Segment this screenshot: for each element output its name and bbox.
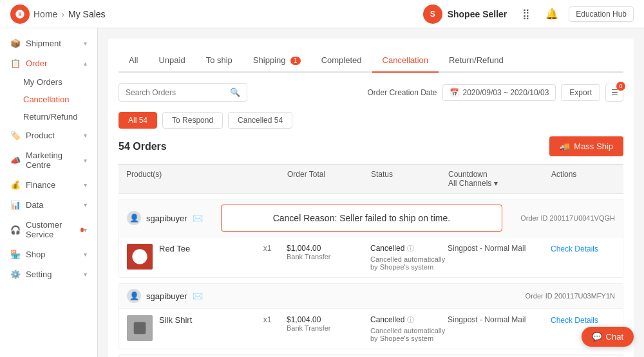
sidebar-item-order[interactable]: 📋 Order ▴ (0, 53, 97, 73)
main-layout: 📦 Shipment ▾ 📋 Order ▴ My Orders Cancell… (0, 28, 644, 357)
date-range-value: 2020/09/03 ~ 2020/10/03 (463, 88, 549, 97)
sidebar: 📦 Shipment ▾ 📋 Order ▴ My Orders Cancell… (0, 28, 98, 357)
svg-rect-0 (134, 322, 146, 334)
product-icon: 🏷️ (10, 131, 21, 140)
date-range-picker[interactable]: 📅 2020/09/03 ~ 2020/10/03 (442, 84, 556, 101)
buyer-avatar-1: 👤 (127, 211, 141, 225)
header-actions: Actions (551, 170, 616, 188)
breadcrumb: Home › My Sales (10, 5, 106, 24)
order-group-2: 👤 sgapibuyer ✉️ Order ID 200117U03MFY1N … (118, 283, 623, 349)
sidebar-item-shipment[interactable]: 📦 Shipment ▾ (0, 33, 97, 53)
order-total-1: $1,004.00 Bank Transfer (287, 244, 370, 261)
sidebar-item-marketing-centre[interactable]: 📣 Marketing Centre ▾ (0, 145, 97, 175)
shopee-seller-logo: S (423, 5, 442, 24)
date-filter-label: Order Creation Date (367, 88, 437, 97)
chevron-down-icon: ▾ (84, 132, 87, 139)
data-icon: 📊 (10, 200, 21, 210)
calendar-icon: 📅 (450, 88, 459, 97)
check-details-1[interactable]: Check Details (551, 244, 598, 253)
sidebar-item-my-orders[interactable]: My Orders (0, 73, 97, 91)
content-card: All Unpaid To ship Shipping 1 Completed … (108, 39, 634, 357)
chevron-down-icon: ▾ (84, 40, 87, 47)
product-img-2 (127, 315, 153, 341)
sidebar-order-submenu: My Orders Cancellation Return/Refund (0, 73, 97, 125)
date-filter: Order Creation Date 📅 2020/09/03 ~ 2020/… (367, 84, 623, 102)
grid-icon[interactable]: ⣿ (517, 5, 535, 23)
chevron-down-icon: ▾ (84, 271, 87, 278)
cancel-reason-text-1: Cancel Reason: Seller failed to ship on … (273, 213, 450, 223)
ship-icon: 🚚 (560, 142, 570, 151)
channel-dropdown[interactable]: All Channels ▾ (448, 179, 551, 188)
finance-icon: 💰 (10, 180, 21, 190)
main-content: All Unpaid To ship Shipping 1 Completed … (98, 28, 644, 357)
sidebar-item-label: Marketing Centre (26, 151, 84, 170)
header-countdown: Countdown All Channels ▾ (448, 170, 551, 188)
check-details-2[interactable]: Check Details (551, 316, 598, 325)
order-id-2: Order ID 200117U03MFY1N (526, 292, 615, 300)
sidebar-item-label: Setting (26, 270, 52, 279)
sidebar-item-data[interactable]: 📊 Data ▾ (0, 195, 97, 215)
status-cell-1: Cancelled ⓘ Cancelled automatically by S… (370, 244, 448, 271)
sub-tab-all-54[interactable]: All 54 (118, 112, 157, 129)
filter-button[interactable]: ☰ 0 (605, 84, 623, 102)
main-tabs: All Unpaid To ship Shipping 1 Completed … (118, 49, 623, 73)
sidebar-item-label: Product (26, 131, 55, 140)
product-qty-1: x1 (248, 244, 287, 253)
sub-tab-to-respond[interactable]: To Respond (162, 112, 223, 129)
shopee-seller-label: Shopee Seller (448, 9, 507, 19)
search-bar: 🔍 Order Creation Date 📅 2020/09/03 ~ 202… (118, 83, 623, 102)
chevron-down-icon: ▾ (84, 157, 87, 164)
product-name-2: Silk Shirt (159, 315, 192, 325)
sub-tab-cancelled-54[interactable]: Cancelled 54 (228, 112, 292, 129)
order-icon: 📋 (10, 59, 21, 68)
chevron-down-icon: ▾ (84, 181, 87, 188)
shop-icon: 🏪 (10, 250, 21, 259)
order-group-header-2: 👤 sgapibuyer ✉️ Order ID 200117U03MFY1N (119, 284, 623, 309)
mass-ship-button[interactable]: 🚚 Mass Ship (549, 136, 623, 156)
logo-icon (10, 5, 30, 24)
sidebar-item-setting[interactable]: ⚙️ Setting ▾ (0, 264, 97, 284)
education-hub-button[interactable]: Education Hub (569, 6, 634, 22)
tab-return-refund[interactable]: Return/Refund (439, 49, 514, 73)
marketing-icon: 📣 (10, 156, 21, 165)
tab-to-ship[interactable]: To ship (196, 49, 243, 73)
tab-unpaid[interactable]: Unpaid (148, 49, 195, 73)
product-cell-2: Silk Shirt (127, 315, 248, 341)
header-right: S Shopee Seller ⣿ 🔔 Education Hub (423, 5, 634, 24)
sidebar-item-cancellation[interactable]: Cancellation (0, 91, 97, 108)
order-group-3: 👤 sgapibuyer ✉️ Order ID 200117U01GU4D8 … (118, 354, 623, 357)
sidebar-item-return-refund[interactable]: Return/Refund (0, 108, 97, 125)
shipping-method-2: Singpost - Normal Mail (448, 315, 551, 324)
sub-tabs: All 54 To Respond Cancelled 54 (118, 112, 623, 129)
sidebar-item-label: Shop (26, 250, 45, 259)
order-group-header-1: 👤 sgapibuyer ✉️ Cancel Reason: Seller fa… (119, 199, 623, 237)
shipping-method-1: Singpost - Normal Mail (448, 244, 551, 253)
product-qty-2: x1 (248, 315, 287, 324)
sidebar-item-finance[interactable]: 💰 Finance ▾ (0, 175, 97, 195)
search-input-wrapper[interactable]: 🔍 (118, 83, 247, 102)
tab-all[interactable]: All (118, 49, 148, 73)
sidebar-item-label: Finance (26, 180, 55, 190)
orders-header: 54 Orders 🚚 Mass Ship (118, 136, 623, 156)
chat-button[interactable]: 💬 Chat (582, 327, 634, 347)
sidebar-item-label: Customer Service (26, 220, 74, 239)
home-link[interactable]: Home (33, 9, 57, 19)
sidebar-item-shop[interactable]: 🏪 Shop ▾ (0, 244, 97, 264)
sidebar-item-customer-service[interactable]: 🎧 Customer Service ▾ (0, 215, 97, 244)
shipping-badge: 1 (290, 57, 301, 65)
tab-completed[interactable]: Completed (311, 49, 372, 73)
buyer-name-2: sgapibuyer (146, 291, 187, 301)
breadcrumb-current: My Sales (68, 9, 106, 19)
status-info-icon-2: ⓘ (407, 316, 414, 324)
export-button[interactable]: Export (561, 84, 600, 101)
header-icons: ⣿ 🔔 Education Hub (517, 5, 634, 23)
cancel-reason-box-1: Cancel Reason: Seller failed to ship on … (221, 205, 503, 232)
table-header: Product(s) Order Total Status Countdown … (118, 164, 623, 194)
notification-icon[interactable]: 🔔 (543, 5, 561, 23)
sidebar-item-product[interactable]: 🏷️ Product ▾ (0, 125, 97, 145)
filter-badge: 0 (616, 82, 625, 91)
tab-shipping[interactable]: Shipping 1 (243, 49, 311, 73)
search-input[interactable] (126, 88, 226, 97)
breadcrumb-arrow: › (61, 9, 64, 19)
tab-cancellation[interactable]: Cancellation (372, 49, 439, 73)
